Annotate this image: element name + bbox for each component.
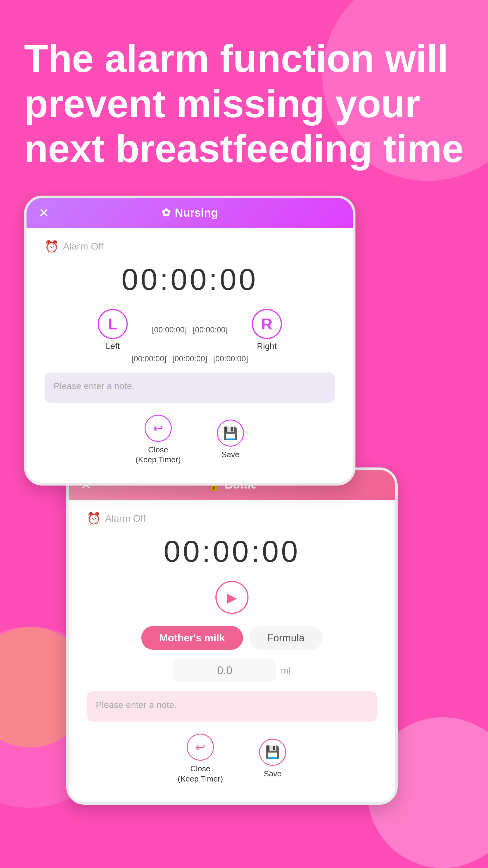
nursing-title-row: ✿ Nursing [161,207,218,219]
phone-nursing: ✕ ✿ Nursing ⏰ Alarm Off 00:00:00 [24,195,355,486]
bottle-close-timer-button[interactable]: ↩ [187,734,214,761]
nursing-close-label: Close(Keep Timer) [135,445,181,465]
nursing-action-row: ↩ Close(Keep Timer) 💾 Save [44,415,335,465]
formula-button[interactable]: Formula [249,626,323,650]
nursing-content: ⏰ Alarm Off 00:00:00 L Left [00:00:00] [27,228,353,484]
nursing-close-button[interactable]: ✕ [38,206,49,220]
nursing-icon: ✿ [161,207,170,219]
bottle-alarm-row: ⏰ Alarm Off [87,512,377,525]
nursing-alarm-label: Alarm Off [63,241,104,252]
nursing-close-group: ↩ Close(Keep Timer) [135,415,181,465]
nursing-alarm-icon: ⏰ [44,240,59,253]
mothers-milk-button[interactable]: Mother's milk [141,626,243,650]
bottle-note-input[interactable]: Please enter a note. [87,691,377,721]
bottle-close-group: ↩ Close(Keep Timer) [178,734,223,784]
bottle-save-button[interactable]: 💾 [259,739,286,766]
nursing-time-mid-bottom: [00:00:00] [172,354,207,364]
nursing-right-button[interactable]: R [252,309,282,339]
nursing-mid-time: [00:00:00] [193,325,228,335]
hero-section: The alarm function will prevent missing … [0,0,488,195]
nursing-right-label: Right [257,341,276,351]
bottle-play-button[interactable]: ▶ [216,581,249,614]
bottle-action-row: ↩ Close(Keep Timer) 💾 Save [87,734,377,784]
nursing-left-group: L Left [98,309,128,351]
nursing-topbar: ✕ ✿ Nursing [27,198,353,228]
hero-title: The alarm function will prevent missing … [24,36,464,172]
bottle-milk-type-row: Mother's milk Formula [87,626,377,650]
bottle-ml-input[interactable]: 0.0 [173,659,276,682]
nursing-save-label: Save [221,450,239,460]
nursing-title-text: Nursing [175,207,218,219]
phone-bottle-inner: ✕ 🔒 Bottle ⏰ Alarm Off 00:00:00 ▶ [69,470,395,802]
nursing-lr-row: L Left [00:00:00] [00:00:00] R Right [44,309,335,351]
phones-section: ✕ ✿ Nursing ⏰ Alarm Off 00:00:00 [0,195,488,805]
bottle-ml-row: 0.0 ml [87,659,377,682]
nursing-save-button[interactable]: 💾 [217,420,244,447]
nursing-left-label: Left [106,341,120,351]
bottle-save-label: Save [264,769,281,779]
bottle-save-group: 💾 Save [259,739,286,779]
nursing-alarm-row: ⏰ Alarm Off [44,240,335,253]
bottle-alarm-icon: ⏰ [87,512,101,525]
bottle-timer: 00:00:00 [87,534,377,569]
nursing-left-time: [00:00:00] [152,325,187,335]
nursing-time-row: [00:00:00] [00:00:00] [152,325,227,335]
bottle-ml-unit: ml [281,665,290,676]
nursing-close-timer-button[interactable]: ↩ [144,415,172,442]
nursing-time-right-bottom: [00:00:00] [213,354,248,364]
bottle-content: ⏰ Alarm Off 00:00:00 ▶ Mother's milk For… [69,500,395,802]
phone-bottle: ✕ 🔒 Bottle ⏰ Alarm Off 00:00:00 ▶ [66,467,398,805]
nursing-timer: 00:00:00 [44,262,335,297]
nursing-left-button[interactable]: L [98,309,128,339]
phone-nursing-inner: ✕ ✿ Nursing ⏰ Alarm Off 00:00:00 [27,198,353,484]
nursing-time-left-bottom: [00:00:00] [132,354,167,364]
nursing-note-input[interactable]: Please enter a note. [44,373,335,403]
bottle-alarm-label: Alarm Off [105,513,146,524]
bottle-close-label: Close(Keep Timer) [178,764,223,784]
nursing-right-group: R Right [252,309,282,351]
nursing-save-group: 💾 Save [217,420,244,460]
